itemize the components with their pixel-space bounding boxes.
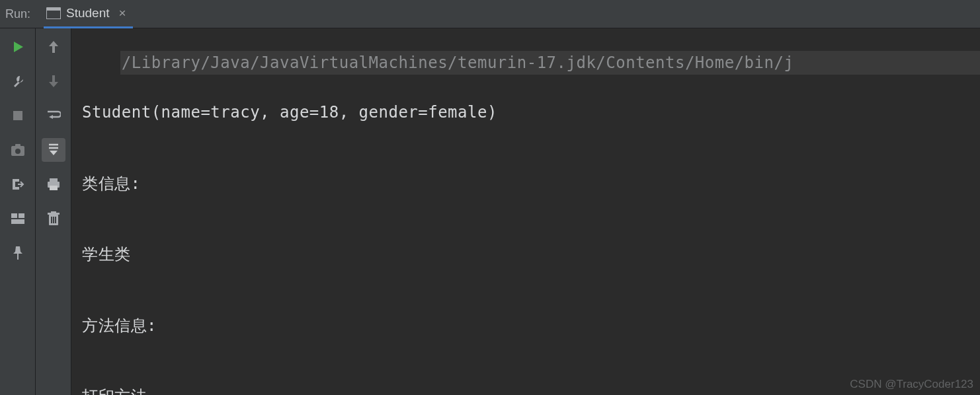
wrench-button[interactable] xyxy=(6,69,30,93)
svg-rect-9 xyxy=(11,219,24,224)
svg-rect-3 xyxy=(13,111,22,120)
output-line: 学生类 xyxy=(82,238,980,272)
pin-button[interactable] xyxy=(6,241,30,265)
svg-rect-19 xyxy=(51,217,52,223)
svg-rect-8 xyxy=(19,213,24,218)
run-tab-student[interactable]: Student × xyxy=(44,0,133,28)
exit-button[interactable] xyxy=(6,172,30,196)
svg-rect-5 xyxy=(15,144,20,147)
svg-rect-10 xyxy=(17,254,19,260)
run-actions-toolbar xyxy=(0,28,36,395)
up-arrow-icon[interactable] xyxy=(42,35,65,59)
tab-label: Student xyxy=(66,6,110,20)
svg-rect-13 xyxy=(50,178,58,182)
svg-rect-0 xyxy=(46,9,61,19)
layout-button[interactable] xyxy=(6,207,30,231)
output-line: Student(name=tracy, age=18, gender=femal… xyxy=(82,96,980,130)
svg-rect-21 xyxy=(55,217,56,223)
run-label: Run: xyxy=(5,7,30,21)
down-arrow-icon[interactable] xyxy=(42,69,65,93)
scroll-to-end-button[interactable] xyxy=(42,138,65,162)
svg-point-6 xyxy=(15,149,20,154)
svg-rect-20 xyxy=(53,217,54,223)
console-output[interactable]: /Library/Java/JavaVirtualMachines/temuri… xyxy=(71,28,980,395)
command-line: /Library/Java/JavaVirtualMachines/temuri… xyxy=(120,51,980,75)
svg-rect-7 xyxy=(11,213,17,218)
close-icon[interactable]: × xyxy=(119,7,126,19)
output-line: 打印方法 xyxy=(82,380,980,395)
run-tool-header: Run: Student × xyxy=(0,0,980,28)
camera-icon[interactable] xyxy=(6,138,30,162)
svg-rect-15 xyxy=(50,186,58,190)
svg-marker-11 xyxy=(49,115,53,119)
svg-marker-12 xyxy=(50,151,58,155)
stop-button[interactable] xyxy=(6,104,30,127)
svg-marker-2 xyxy=(14,42,23,52)
svg-rect-1 xyxy=(46,7,61,11)
watermark: CSDN @TracyCoder123 xyxy=(850,378,973,391)
console-actions-toolbar xyxy=(36,28,71,395)
output-line: 方法信息: xyxy=(82,309,980,343)
trash-button[interactable] xyxy=(42,207,65,231)
svg-rect-18 xyxy=(51,211,56,213)
soft-wrap-button[interactable] xyxy=(42,104,65,127)
print-button[interactable] xyxy=(42,172,65,196)
application-icon xyxy=(46,7,61,20)
output-line: 类信息: xyxy=(82,167,980,201)
rerun-button[interactable] xyxy=(6,35,30,59)
